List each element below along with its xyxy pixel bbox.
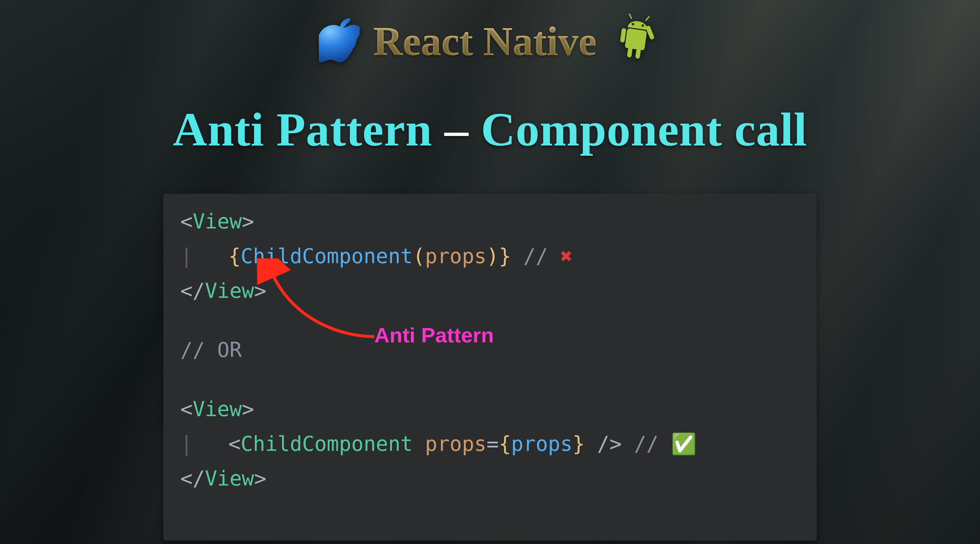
code-line: <View>	[180, 392, 800, 427]
code-line: </View>	[180, 273, 800, 308]
code-block: <View> |{ChildComponent(props)} // ✖ </V…	[163, 194, 817, 541]
code-line: |<ChildComponent props={props} /> // ✅	[180, 427, 800, 461]
android-icon	[610, 14, 661, 69]
apple-icon	[319, 17, 360, 66]
subtitle: Anti Pattern – Component call	[0, 102, 980, 157]
cross-icon: ✖	[560, 244, 572, 268]
svg-rect-8	[635, 48, 641, 59]
subtitle-part-a: Anti Pattern	[173, 103, 432, 156]
svg-line-2	[629, 14, 632, 18]
subtitle-sep: –	[432, 103, 481, 156]
svg-rect-6	[646, 25, 655, 40]
svg-line-3	[646, 16, 649, 21]
page-title: React Native	[373, 18, 597, 65]
check-icon: ✅	[671, 432, 697, 455]
header: React Native	[0, 14, 980, 69]
code-line: </View>	[180, 461, 800, 496]
subtitle-part-b: Component call	[481, 103, 807, 156]
svg-rect-7	[627, 47, 633, 58]
svg-rect-5	[620, 28, 627, 43]
code-line: |{ChildComponent(props)} // ✖	[180, 239, 800, 273]
svg-rect-4	[625, 28, 647, 51]
annotation-label: Anti Pattern	[374, 323, 494, 347]
code-line: <View>	[180, 204, 800, 239]
